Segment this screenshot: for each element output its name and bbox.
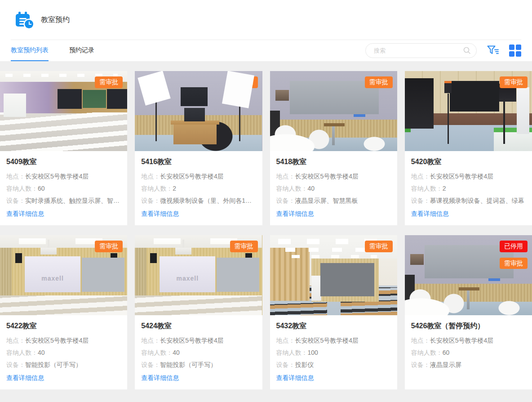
equipment-row: 设备：智能投影（可手写） [6,361,121,369]
location-row: 地点：长安校区5号教学楼4层 [141,336,256,344]
classroom-photo: 需审批 [270,71,397,151]
capacity-row: 容纳人数：40 [276,184,391,192]
projector-screen-brand: maxell [26,275,80,282]
grid-view-icon[interactable] [509,45,521,57]
equipment-row: 设备：微视频录制设备（里、外间各1… [141,197,256,205]
capacity-row: 容纳人数：2 [141,184,256,192]
app-header: 教室预约 [0,0,532,40]
location-row: 地点：长安校区5号教学楼4层 [6,172,121,180]
status-badge: 需审批 [500,258,528,269]
classroom-card: 需审批 5432教室 地点：长安校区5号教学楼4层 容纳人数：100 设备：投影… [270,235,397,389]
location-row: 地点：长安校区5号教学楼4层 [411,172,526,180]
tab-bar: 教室预约列表 预约记录 [0,40,532,61]
capacity-row: 容纳人数：40 [141,348,256,357]
projector-screen-brand: maxell [160,275,214,282]
filter-icon[interactable] [487,45,499,56]
classroom-card: 需审批 5409教室 地点：长安校区5号教学楼4层 容纳人数：60 设备：实时录… [0,71,127,225]
status-badge: 需审批 [230,241,258,252]
status-badge: 已停用 [500,241,528,252]
classroom-card: 需审批 5418教室 地点：长安校区5号教学楼4层 容纳人数：40 设备：液晶显… [270,71,397,225]
equipment-row: 设备：液晶显示屏 [411,361,526,369]
classroom-booking-icon [15,10,34,29]
search-box[interactable] [365,43,477,58]
view-details-link[interactable]: 查看详细信息 [276,374,314,382]
classroom-name: 5426教室（暂停预约） [411,322,526,331]
equipment-row: 设备：液晶显示屏、智慧黑板 [276,197,391,205]
search-icon [463,46,471,54]
capacity-row: 容纳人数：60 [411,348,526,357]
status-badge: 需审批 [500,76,528,88]
classroom-photo: maxell 需审批 [0,235,127,315]
equipment-row: 设备：智能投影（可手写） [141,361,256,369]
status-badge: 需审批 [95,241,123,252]
classroom-name: 5422教室 [6,322,121,331]
location-row: 地点：长安校区5号教学楼4层 [141,172,256,180]
classroom-photo: maxell 需审批 [135,235,262,315]
classroom-card: 需审批 5416教室 地点：长安校区5号教学楼4层 容纳人数：2 设备：微视频录… [135,71,262,225]
capacity-row: 容纳人数：100 [276,348,391,357]
clock-icon [25,20,33,28]
classroom-name: 5420教室 [411,157,526,167]
classroom-card-grid: 需审批 5409教室 地点：长安校区5号教学楼4层 容纳人数：60 设备：实时录… [0,61,532,392]
tab-classroom-list[interactable]: 教室预约列表 [11,40,49,61]
view-details-link[interactable]: 查看详细信息 [6,210,44,218]
classroom-photo: 已停用 需审批 [405,235,532,315]
classroom-name: 5432教室 [276,322,391,331]
equipment-row: 设备：实时录播系统、触控显示屏、智… [6,197,121,205]
status-badge: 需审批 [365,241,393,252]
equipment-row: 设备：慕课视频录制设备、提词器、绿幕 [411,197,526,205]
classroom-card: 已停用 需审批 5426教室（暂停预约） 地点：长安校区5号教学楼4层 容纳人数… [405,235,532,389]
classroom-photo: 需审批 [405,71,532,151]
classroom-card: 需审批 5420教室 地点：长安校区5号教学楼4层 容纳人数：2 设备：慕课视频… [405,71,532,225]
classroom-photo: 需审批 [135,71,262,151]
classroom-name: 5424教室 [141,322,256,331]
view-details-link[interactable]: 查看详细信息 [276,210,314,218]
location-row: 地点：长安校区5号教学楼4层 [276,336,391,344]
search-input[interactable] [373,47,463,54]
tab-booking-records[interactable]: 预约记录 [69,40,94,61]
capacity-row: 容纳人数：2 [411,184,526,192]
classroom-photo: 需审批 [270,235,397,315]
classroom-name: 5416教室 [141,157,256,167]
classroom-name: 5418教室 [276,157,391,167]
classroom-photo: 需审批 [0,71,127,151]
view-details-link[interactable]: 查看详细信息 [411,210,449,218]
classroom-card: maxell 需审批 5424教室 地点：长安校区5号教学楼4层 容纳人数：40… [135,235,262,389]
equipment-row: 设备：投影仪 [276,361,391,369]
status-badge: 需审批 [365,76,393,88]
capacity-row: 容纳人数：60 [6,184,121,192]
location-row: 地点：长安校区5号教学楼4层 [411,336,526,344]
view-details-link[interactable]: 查看详细信息 [141,210,179,218]
capacity-row: 容纳人数：40 [6,348,121,357]
view-details-link[interactable]: 查看详细信息 [6,374,44,382]
status-badge: 需审批 [95,76,123,88]
location-row: 地点：长安校区5号教学楼4层 [276,172,391,180]
status-badge: 需审批 [230,76,258,88]
location-row: 地点：长安校区5号教学楼4层 [6,336,121,344]
page-title: 教室预约 [41,15,70,25]
view-details-link[interactable]: 查看详细信息 [141,374,179,382]
classroom-card: maxell 需审批 5422教室 地点：长安校区5号教学楼4层 容纳人数：40… [0,235,127,389]
classroom-name: 5409教室 [6,157,121,167]
